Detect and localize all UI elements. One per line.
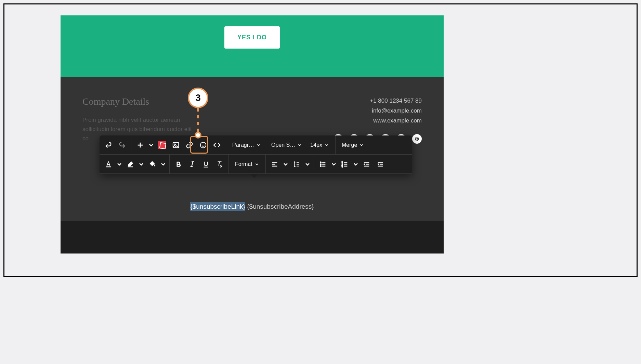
undo-button[interactable]	[102, 139, 115, 151]
bullet-list-button[interactable]	[317, 158, 329, 170]
svg-rect-6	[106, 166, 111, 167]
add-dropdown[interactable]	[148, 139, 155, 151]
line-height-dropdown[interactable]	[304, 158, 311, 170]
link-button[interactable]	[183, 139, 196, 151]
format-dropdown[interactable]: Format	[232, 161, 263, 167]
stock-image-button[interactable]	[156, 139, 168, 151]
font-dropdown[interactable]: Open S…	[268, 142, 305, 148]
company-website: www.example.com	[333, 116, 422, 126]
merge-dropdown[interactable]: Merge	[338, 142, 367, 148]
paragraph-dropdown[interactable]: Paragr…	[229, 142, 266, 148]
numbered-list-dropdown[interactable]	[352, 158, 359, 170]
italic-button[interactable]	[186, 158, 198, 170]
stock-icon	[158, 141, 166, 149]
highlight-dropdown[interactable]	[138, 158, 145, 170]
text-color-dropdown[interactable]	[116, 158, 123, 170]
toolbar-arrow	[250, 174, 258, 178]
bg-color-dropdown[interactable]	[160, 158, 167, 170]
selected-merge-tag[interactable]: {$unsubscribeLink}	[190, 202, 245, 211]
yes-i-do-button[interactable]: YES I DO	[224, 26, 280, 49]
redo-button[interactable]	[116, 139, 128, 151]
svg-point-8	[320, 162, 321, 163]
align-dropdown[interactable]	[282, 158, 289, 170]
app-frame: YES I DO Company Details Proin gravida n…	[3, 3, 638, 277]
green-banner: YES I DO	[61, 15, 444, 77]
align-button[interactable]	[269, 158, 281, 170]
step-3-badge: 3	[188, 88, 208, 108]
rich-text-toolbar: Paragr… Open S… 14px Merge	[100, 135, 412, 174]
bg-color-button[interactable]	[146, 158, 158, 170]
indent-button[interactable]	[374, 158, 387, 170]
outdent-button[interactable]	[361, 158, 373, 170]
email-canvas: YES I DO Company Details Proin gravida n…	[61, 15, 444, 254]
add-button[interactable]	[134, 139, 146, 151]
image-button[interactable]	[170, 139, 182, 151]
underline-button[interactable]	[200, 158, 212, 170]
svg-rect-7	[128, 166, 133, 167]
size-dropdown[interactable]: 14px	[307, 142, 332, 148]
svg-point-4	[174, 144, 175, 145]
step-connector-dot	[195, 132, 201, 139]
svg-point-9	[320, 164, 321, 165]
bold-button[interactable]	[172, 158, 185, 170]
clear-format-button[interactable]	[213, 158, 226, 170]
svg-point-5	[200, 142, 206, 148]
line-height-button[interactable]	[290, 158, 303, 170]
company-email: info@example.com	[333, 106, 422, 116]
company-phone: +1 800 1234 567 89	[333, 96, 422, 106]
numbered-list-button[interactable]: 123	[339, 158, 351, 170]
svg-point-10	[320, 166, 321, 167]
bullet-list-dropdown[interactable]	[330, 158, 337, 170]
text-color-button[interactable]	[102, 158, 115, 170]
pinterest-icon[interactable]	[412, 134, 422, 144]
emoji-button[interactable]	[197, 139, 209, 151]
merge-tag-rest: {$unsubscribeAddress}	[245, 203, 314, 210]
code-button[interactable]	[211, 139, 223, 151]
step-connector	[197, 108, 199, 135]
merge-tag-text[interactable]: {$unsubscribeLink} {$unsubscribeAddress}	[61, 203, 444, 210]
highlight-button[interactable]	[124, 158, 136, 170]
bottom-strip	[61, 221, 444, 254]
svg-text:3: 3	[342, 165, 343, 168]
